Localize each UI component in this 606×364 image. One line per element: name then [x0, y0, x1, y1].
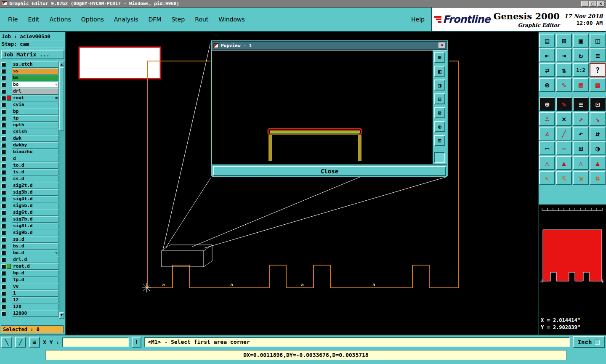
select-box-button[interactable]: ⇱ [556, 171, 572, 185]
menu-analysis[interactable]: Analysis [109, 14, 143, 25]
layer-row-1[interactable]: 1 [1, 290, 58, 297]
flip-vertical-button[interactable]: ⇵ [590, 127, 606, 141]
help-query-button[interactable]: ? [590, 63, 606, 77]
popview-zoom-in-button[interactable]: ⊟ [434, 93, 445, 104]
layer-name[interactable]: bp.d [12, 270, 58, 276]
layer-visibility-checkbox[interactable] [1, 271, 6, 276]
select-arrow-button[interactable]: ↖ [539, 171, 555, 185]
settings-button[interactable]: ⊚ [539, 78, 555, 92]
layer-row-biaozhu[interactable]: biaozhu [1, 149, 58, 155]
triangle-solid-button[interactable]: ▲ [590, 156, 606, 170]
layer-visibility-checkbox[interactable] [1, 224, 6, 228]
layer-row-npth[interactable]: npth [1, 122, 58, 128]
layer-name[interactable]: biaozhu [12, 149, 58, 155]
layer-row-ts.d[interactable]: ts.d [1, 169, 58, 175]
pan-left-button[interactable]: ⇤ [539, 48, 555, 62]
net-points-button[interactable]: ∴ [539, 112, 555, 126]
layer-name[interactable]: sig3b.d [12, 189, 58, 196]
layer-row-bp.d[interactable]: bp.d [1, 270, 58, 276]
layer-row-120[interactable]: 120 [1, 303, 58, 310]
add-grid-button[interactable]: ⊞ [573, 141, 589, 155]
layer-visibility-checkbox[interactable] [1, 291, 6, 296]
layer-name[interactable]: 12 [12, 297, 58, 303]
layer-name[interactable]: bs.d [12, 243, 58, 250]
layer-row-dwkby[interactable]: dwkby [1, 142, 58, 149]
layer-visibility-checkbox[interactable] [1, 157, 6, 161]
layer-name[interactable]: rout.d [12, 263, 58, 270]
menu-options[interactable]: Options [77, 14, 109, 25]
layer-visibility-checkbox[interactable] [1, 190, 6, 195]
layer-name[interactable]: bs [12, 75, 58, 81]
layer-name[interactable]: bp [12, 109, 58, 115]
layer-visibility-checkbox[interactable] [1, 82, 6, 87]
measure-diagonal-alt-icon[interactable]: ╱ [15, 337, 26, 348]
layer-name[interactable]: rout⊞ [12, 95, 58, 101]
layer-name[interactable]: bo.d✎ [12, 250, 58, 256]
single-display-button[interactable]: ⊡ [556, 34, 572, 48]
layer-visibility-checkbox[interactable] [1, 183, 6, 188]
menu-step[interactable]: Step [167, 14, 189, 25]
layer-visibility-checkbox[interactable] [1, 258, 6, 262]
layer-row-d[interactable]: d [1, 155, 58, 162]
popview-close-button[interactable]: Close [213, 166, 446, 176]
layer-row-sig4t.d[interactable]: sig4t.d [1, 196, 58, 202]
layer-name[interactable]: drl [12, 88, 58, 95]
layer-name[interactable]: 1 [12, 290, 58, 297]
layer-row-vv[interactable]: vv [1, 283, 58, 290]
layer-row-rout[interactable]: rout⊞ [1, 95, 58, 101]
layer-row-ss[interactable]: ss [1, 68, 58, 74]
layer-row-tp[interactable]: tp [1, 115, 58, 122]
layer-visibility-checkbox[interactable] [1, 305, 6, 309]
slope-tool-button[interactable]: ╱ [556, 127, 572, 141]
layer-row-to.d[interactable]: to.d [1, 162, 58, 169]
popview-titlebar[interactable]: Popview - 1 × [212, 41, 447, 50]
select-sort-button[interactable]: ⇅ [590, 171, 606, 185]
layer-visibility-checkbox[interactable] [1, 244, 6, 249]
layer-visibility-checkbox[interactable] [1, 103, 6, 107]
layer-name[interactable]: ss.d [12, 236, 58, 243]
layer-visibility-checkbox[interactable] [1, 96, 6, 101]
arc-fill-button[interactable]: ◑ [590, 141, 606, 155]
layer-name[interactable]: sig5b.d [12, 203, 58, 209]
layer-name[interactable]: vv [12, 284, 58, 290]
layer-visibility-checkbox[interactable] [1, 251, 6, 255]
layer-visibility-checkbox[interactable] [1, 204, 6, 208]
layer-visibility-checkbox[interactable] [1, 69, 6, 74]
layer-row-sig2t.d[interactable]: sig2t.d [1, 182, 58, 189]
layer-visibility-checkbox[interactable] [1, 163, 6, 168]
layer-row-bo[interactable]: bo✎ [1, 81, 58, 88]
layer-row-cs.d[interactable]: cs.d [1, 175, 58, 182]
redraw-button[interactable]: ↻ [573, 48, 589, 62]
layer-row-dwk[interactable]: dwk [1, 135, 58, 142]
layer-row-12[interactable]: 12 [1, 297, 58, 303]
layer-name[interactable]: sig6t.d [12, 210, 58, 216]
pattern-toggle-button[interactable]: ▩ [590, 78, 606, 92]
layer-visibility-checkbox[interactable] [1, 237, 6, 242]
layer-visibility-checkbox[interactable] [1, 311, 6, 316]
menu-help[interactable]: Help [404, 14, 431, 25]
layer-visibility-checkbox[interactable] [1, 109, 6, 114]
popview-mode-button[interactable] [434, 152, 445, 163]
layer-name[interactable]: tp.d [12, 277, 58, 283]
layer-visibility-checkbox[interactable] [1, 170, 6, 175]
layer-visibility-checkbox[interactable] [1, 116, 6, 121]
layer-row-cvia[interactable]: cvia [1, 101, 58, 108]
popview-window[interactable]: Popview - 1 × ⊞◧◨⊟⊠⊕⊡ Close [210, 40, 449, 176]
layer-name[interactable]: sig9b.d [12, 230, 58, 236]
popview-refresh-button[interactable]: ⊡ [434, 135, 445, 146]
measure-diagonal-icon[interactable]: ╲ [1, 337, 12, 348]
window-titlebar[interactable]: Graphic Editor 9.07b2 (00@HY-HYCAM-PC017… [0, 0, 606, 8]
layer-row-bs[interactable]: bs [1, 74, 58, 81]
layer-visibility-checkbox[interactable] [1, 210, 6, 215]
layer-row-bp[interactable]: bp [1, 108, 58, 115]
alert-bang-button[interactable]: ! [132, 337, 141, 348]
layer-visibility-checkbox[interactable] [1, 284, 6, 289]
layer-row-tp.d[interactable]: tp.d [1, 276, 58, 283]
layer-name[interactable]: 12000 [12, 311, 58, 317]
marker-pen-button[interactable]: ✎ [556, 78, 572, 92]
delete-button[interactable]: × [556, 112, 572, 126]
layer-name[interactable]: drl.d [12, 257, 58, 263]
layer-visibility-checkbox[interactable] [1, 177, 6, 181]
layer-name[interactable]: ss [12, 68, 58, 74]
dotted-frame-button[interactable]: ⊡ [590, 97, 606, 111]
